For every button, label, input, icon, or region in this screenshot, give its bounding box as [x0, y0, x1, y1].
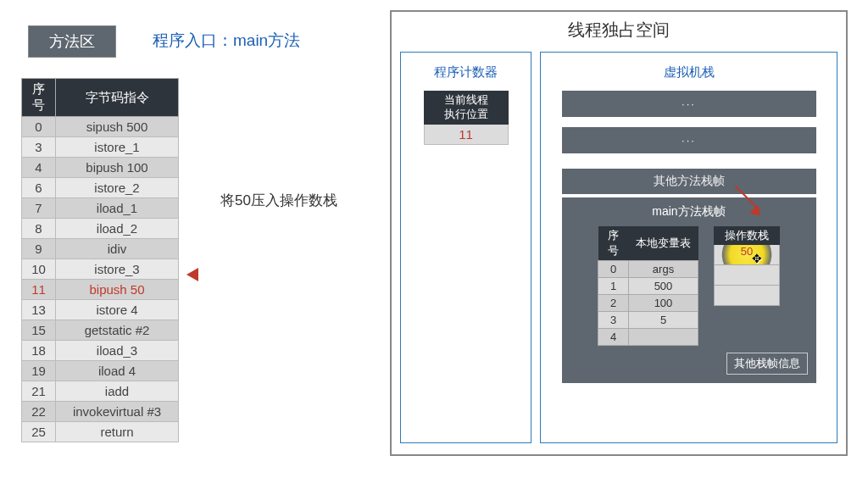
table-row: 10istore_3: [22, 259, 179, 280]
table-row: 8iload_2: [22, 219, 179, 239]
op-stack-cell: 50✥: [714, 245, 780, 265]
col-header-index: 序号: [22, 79, 56, 117]
table-row: 6istore_2: [22, 178, 179, 198]
main-frame-title: main方法栈帧: [652, 204, 725, 220]
pc-label: 当前线程执行位置: [424, 91, 509, 125]
table-row: 7iload_1: [22, 198, 179, 219]
lv-header-index: 序号: [598, 226, 629, 261]
table-row: 19iload 4: [22, 361, 179, 381]
other-method-frame-label: 其他方法栈帧: [562, 169, 816, 194]
table-row: 25return: [22, 422, 179, 442]
op-stack-cell: [714, 265, 780, 286]
op-stack-cell: [714, 286, 780, 306]
table-row: 2100: [598, 295, 698, 312]
program-counter-box: 程序计数器 当前线程执行位置 11: [400, 52, 531, 443]
current-instruction-pointer-icon: [186, 268, 198, 281]
table-row: 1500: [598, 278, 698, 295]
entry-point-text: 程序入口：main方法: [153, 30, 300, 52]
vm-stack-box: 虚拟机栈 ··· ··· 其他方法栈帧 main方法栈帧 序号 本地变量表 0a…: [540, 52, 837, 443]
table-row: 4: [598, 329, 698, 346]
other-frame-info-button[interactable]: 其他栈帧信息: [726, 353, 808, 375]
pc-value: 11: [424, 125, 509, 145]
push-arrow-icon: [723, 208, 761, 246]
pc-title: 程序计数器: [434, 64, 498, 81]
cursor-icon: ✥: [752, 252, 762, 265]
table-row: 3istore_1: [22, 137, 179, 158]
bytecode-table: 序号 字节码指令 0sipush 5003istore_14bipush 100…: [21, 78, 179, 442]
table-row: 0sipush 500: [22, 117, 179, 137]
col-header-instruction: 字节码指令: [56, 79, 179, 117]
table-row: 35: [598, 312, 698, 329]
table-row: 18iload_3: [22, 341, 179, 361]
table-row: 22invokevirtual #3: [22, 402, 179, 422]
table-row: 9idiv: [22, 239, 179, 259]
table-row: 15getstatic #2: [22, 320, 179, 341]
operation-caption: 将50压入操作数栈: [220, 191, 337, 210]
main-stack-frame: main方法栈帧 序号 本地变量表 0args15002100354 操作数栈: [562, 197, 816, 383]
thread-space-title: 线程独占空间: [392, 12, 846, 45]
thread-private-space: 线程独占空间 程序计数器 当前线程执行位置 11 虚拟机栈 ··· ··· 其他…: [390, 10, 848, 456]
stack-placeholder-1: ···: [562, 91, 816, 117]
local-variable-table: 序号 本地变量表 0args15002100354: [598, 226, 698, 346]
table-row: 13istore 4: [22, 300, 179, 320]
method-area-label: 方法区: [28, 25, 116, 58]
table-row: 4bipush 100: [22, 158, 179, 178]
vm-stack-title: 虚拟机栈: [664, 64, 715, 81]
table-row: 0args: [598, 261, 698, 278]
table-row: 21iadd: [22, 381, 179, 402]
lv-header-value: 本地变量表: [629, 226, 698, 261]
stack-placeholder-2: ···: [562, 127, 816, 153]
table-row: 11bipush 50: [22, 280, 179, 300]
